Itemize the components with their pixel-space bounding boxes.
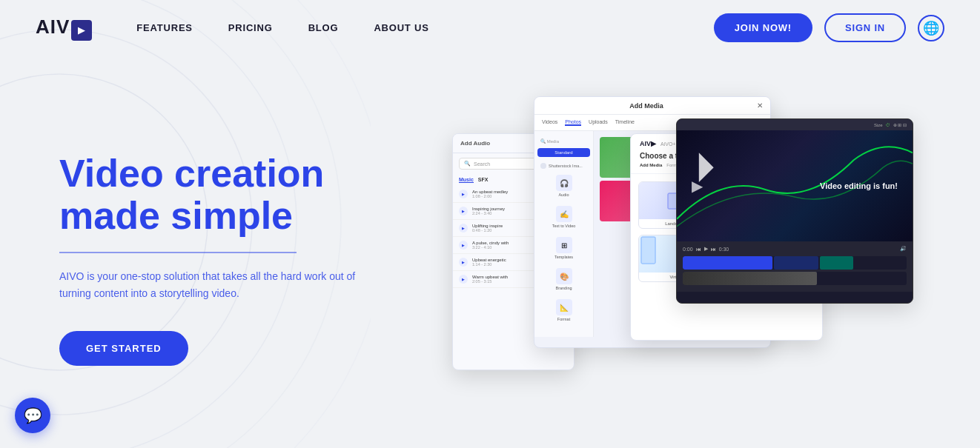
shutterstock-label: Shutterstock Ima... [537, 161, 590, 170]
play-icon-4: ▶ [459, 241, 468, 250]
timeline-segment-secondary [774, 256, 818, 270]
timeline-segment-main [683, 256, 772, 270]
get-started-button[interactable]: GET STARTED [59, 331, 188, 366]
template-add-media-tab[interactable]: Add Media [640, 163, 662, 167]
join-now-button[interactable]: JOIN NOW! [714, 13, 812, 42]
shutterstock-icon [540, 163, 546, 169]
audio-tab-music[interactable]: Music [459, 177, 474, 183]
timeline-fast-forward-icon[interactable]: ⏭ [711, 247, 716, 252]
tab-videos[interactable]: Videos [542, 119, 557, 126]
chat-button[interactable]: 💬 [15, 398, 50, 433]
main-editor-sidebar: 🔍 Media Standard Shutterstock Ima... 🎧 A… [534, 131, 594, 337]
hero-title-line2: made simple [59, 194, 293, 237]
video-editor-header: Size ⏱ ⊕ ⊞ ⊟ [677, 119, 913, 130]
nav-about[interactable]: ABOUT US [374, 22, 428, 33]
sidebar-audio[interactable]: 🎧 Audio [537, 170, 590, 201]
template-logo-subtitle: AiVO+ [660, 141, 675, 147]
sign-in-button[interactable]: SIGN IN [824, 13, 906, 42]
hero-title-line1: Video creation [59, 152, 324, 195]
template-logo-text: AIV▶ [640, 140, 656, 147]
media-search: 🔍 Media [537, 137, 590, 145]
branding-label: Branding [555, 286, 572, 290]
sidebar-text-to-video[interactable]: ✍️ Text to Video [537, 201, 590, 233]
timeline-time-start: 0:00 [683, 247, 693, 252]
timeline-rewind-icon[interactable]: ⏮ [696, 247, 701, 252]
video-editor-screen: Video editing is fun! ▶ [677, 130, 913, 241]
play-icon-6: ▶ [459, 275, 468, 284]
timeline-segment-accent [820, 256, 853, 270]
nav-pricing[interactable]: PRICING [228, 22, 273, 33]
timeline-play-icon[interactable]: ▶ [704, 246, 708, 252]
main-editor-title: Add Media [542, 102, 751, 110]
svg-rect-7 [641, 237, 655, 264]
video-timeline: 0:00 ⏮ ▶ ⏭ 0:30 🔊 [677, 241, 913, 292]
timeline-vol-icon[interactable]: 🔊 [900, 246, 907, 252]
nav-actions: JOIN NOW! SIGN IN 🌐 [714, 13, 944, 42]
timeline-track-video [683, 256, 907, 270]
logo-icon [71, 20, 92, 41]
logo-letters: AIV [36, 16, 70, 38]
audio-icon: 🎧 [556, 175, 572, 191]
hero-screenshots: Add Audio 🔍 Search Music SFX ▶ An upbeat… [445, 74, 921, 444]
navbar: AIV FEATURES PRICING BLOG ABOUT US JOIN … [0, 0, 980, 56]
close-icon[interactable]: ✕ [757, 101, 763, 110]
timeline-segment-image [683, 272, 817, 285]
play-icon-3: ▶ [459, 224, 468, 233]
tab-photos[interactable]: Photos [565, 119, 581, 126]
format-icon: 📐 [556, 299, 572, 315]
tab-timeline[interactable]: Timeline [615, 119, 635, 126]
templates-label: Templates [554, 255, 573, 259]
nav-links: FEATURES PRICING BLOG ABOUT US [136, 22, 713, 33]
play-icon-1: ▶ [459, 190, 468, 198]
play-icon-5: ▶ [459, 258, 468, 267]
timer-icon: ⏱ [886, 123, 890, 127]
templates-icon: ⊞ [556, 237, 572, 253]
play-icon-2: ▶ [459, 207, 468, 215]
format-label: Format [557, 317, 570, 321]
timeline-time-end: 0:30 [719, 247, 729, 252]
search-icon: 🔍 [464, 161, 471, 167]
hero-left: Video creation made simple AIVO is your … [59, 153, 445, 366]
main-editor-header: Add Media ✕ [534, 97, 770, 115]
hero-divider [59, 252, 297, 253]
standard-filter[interactable]: Standard [537, 148, 590, 157]
audio-label: Audio [558, 193, 569, 197]
logo[interactable]: AIV [36, 16, 92, 41]
sidebar-branding[interactable]: 🎨 Branding [537, 264, 590, 295]
hero-subtitle: AIVO is your one-stop solution that take… [59, 268, 371, 301]
sidebar-templates[interactable]: ⊞ Templates [537, 233, 590, 264]
nav-blog[interactable]: BLOG [308, 22, 339, 33]
logo-text: AIV [36, 16, 92, 41]
text-to-video-icon: ✍️ [556, 206, 572, 222]
ve-header-controls: ⊕ ⊞ ⊟ [893, 122, 907, 127]
text-to-video-label: Text to Video [552, 224, 576, 228]
size-label: Size [874, 123, 883, 127]
branding-icon: 🎨 [556, 268, 572, 284]
tab-uploads[interactable]: Uploads [589, 119, 608, 126]
language-selector[interactable]: 🌐 [918, 15, 944, 41]
hero-section: Video creation made simple AIVO is your … [0, 56, 980, 448]
video-editor-screenshot: Size ⏱ ⊕ ⊞ ⊟ Video editing is fun! ▶ [676, 118, 913, 304]
timeline-track-media [683, 272, 907, 285]
nav-features[interactable]: FEATURES [136, 22, 193, 33]
chat-icon: 💬 [24, 407, 42, 424]
audio-search-label: Search [474, 161, 490, 167]
hero-title: Video creation made simple [59, 153, 445, 237]
sidebar-format[interactable]: 📐 Format [537, 295, 590, 326]
video-play-arrow: ▶ [692, 177, 703, 195]
video-title-text: Video editing is fun! [820, 181, 898, 190]
timeline-controls: 0:00 ⏮ ▶ ⏭ 0:30 🔊 [683, 246, 907, 252]
audio-tab-sfx[interactable]: SFX [478, 177, 489, 183]
